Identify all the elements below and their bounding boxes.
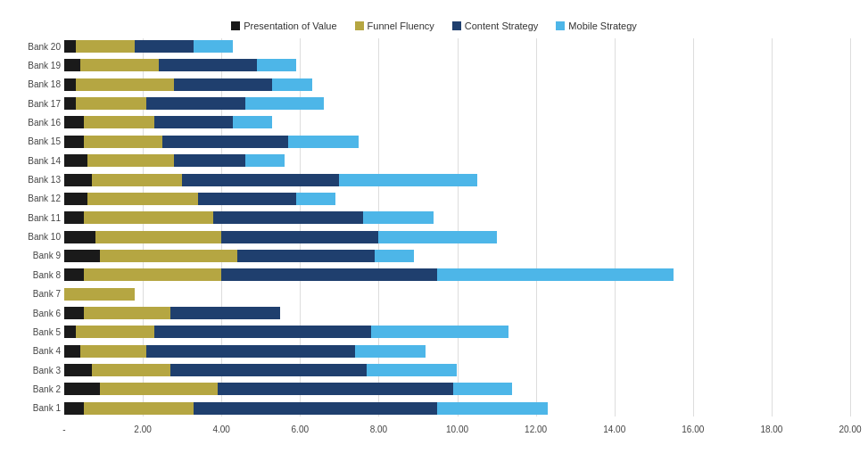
legend-color-box <box>231 21 240 30</box>
bar-segment <box>64 193 87 205</box>
bar-segment <box>375 250 414 262</box>
y-axis-label: Bank 7 <box>18 286 64 302</box>
chart-body: Bank 20Bank 19Bank 18Bank 17Bank 16Bank … <box>18 38 850 434</box>
legend-item: Content Strategy <box>452 21 539 31</box>
y-axis-label: Bank 18 <box>18 77 64 93</box>
y-axis-label: Bank 17 <box>18 95 64 111</box>
bar-row <box>64 172 850 188</box>
bar-segment <box>135 40 194 53</box>
y-axis-label: Bank 3 <box>18 362 64 378</box>
legend: Presentation of ValueFunnel FluencyConte… <box>18 21 850 31</box>
x-axis-label: 6.00 <box>292 425 309 434</box>
bar-segment <box>154 116 233 128</box>
bar-segment <box>100 383 218 395</box>
bar-segment <box>64 78 76 91</box>
bar-segment <box>174 78 272 91</box>
bar-segment <box>174 154 244 167</box>
bar-segment <box>64 307 84 319</box>
bar-segment <box>233 116 272 128</box>
bar-segment <box>198 193 296 205</box>
bar-segment <box>64 136 84 148</box>
bar-row <box>64 324 850 340</box>
y-axis-label: Bank 19 <box>18 57 64 73</box>
legend-label: Mobile Strategy <box>568 21 636 31</box>
bar-segment <box>100 250 237 262</box>
bar-segment <box>76 97 146 110</box>
x-axis-label: 2.00 <box>134 425 151 434</box>
bar-segment <box>296 193 335 205</box>
bar-segment <box>170 364 367 376</box>
x-axis-label: - <box>62 425 65 434</box>
bar-segment <box>95 231 221 243</box>
bar-row <box>64 343 850 359</box>
bar-segment <box>64 402 84 415</box>
bar-segment <box>64 345 80 358</box>
bar-segment <box>288 136 359 148</box>
bar-row <box>64 267 850 283</box>
bar-segment <box>64 59 80 71</box>
x-axis: -2.004.006.008.0010.0012.0014.0016.0018.… <box>64 416 850 434</box>
y-axis-label: Bank 20 <box>18 38 64 54</box>
bar-segment <box>437 402 547 415</box>
bar-segment <box>221 268 437 281</box>
bar-segment <box>272 78 311 91</box>
y-axis-label: Bank 2 <box>18 381 64 397</box>
bar-segment <box>76 40 135 53</box>
bar-segment <box>64 116 84 128</box>
bar-segment <box>378 231 496 243</box>
y-axis-label: Bank 12 <box>18 191 64 207</box>
bar-segment <box>87 193 197 205</box>
x-axis-label: 4.00 <box>212 425 229 434</box>
bar-segment <box>64 383 100 395</box>
bar-segment <box>213 211 362 224</box>
bar-row <box>64 210 850 226</box>
bar-segment <box>64 211 84 224</box>
legend-item: Presentation of Value <box>231 21 336 31</box>
bars-area <box>64 38 850 416</box>
bar-row <box>64 229 850 245</box>
y-axis-label: Bank 4 <box>18 343 64 359</box>
bar-segment <box>64 364 92 376</box>
bar-segment <box>84 116 154 128</box>
bar-segment <box>237 250 375 262</box>
legend-label: Content Strategy <box>465 21 539 31</box>
bar-row <box>64 286 850 302</box>
y-axis-label: Bank 9 <box>18 248 64 264</box>
bar-segment <box>80 59 159 71</box>
bar-segment <box>194 40 233 53</box>
bar-segment <box>218 383 453 395</box>
bar-segment <box>84 402 194 415</box>
bar-segment <box>146 345 354 358</box>
bar-segment <box>84 136 162 148</box>
y-axis: Bank 20Bank 19Bank 18Bank 17Bank 16Bank … <box>18 38 64 434</box>
bar-segment <box>437 268 673 281</box>
bar-segment <box>92 174 182 186</box>
x-axis-label: 16.00 <box>682 425 704 434</box>
y-axis-label: Bank 15 <box>18 134 64 150</box>
bar-segment <box>64 154 87 167</box>
legend-color-box <box>556 21 565 30</box>
y-axis-label: Bank 13 <box>18 172 64 188</box>
x-axis-label: 10.00 <box>446 425 468 434</box>
y-axis-label: Bank 16 <box>18 114 64 130</box>
chart-area: -2.004.006.008.0010.0012.0014.0016.0018.… <box>64 38 850 434</box>
bar-segment <box>84 307 170 319</box>
bar-segment <box>76 78 174 91</box>
bar-row <box>64 77 850 93</box>
bar-segment <box>84 268 221 281</box>
bar-segment <box>170 307 280 319</box>
bar-segment <box>221 231 378 243</box>
bar-segment <box>159 59 257 71</box>
bar-segment <box>64 231 95 243</box>
bar-row <box>64 114 850 130</box>
bar-row <box>64 400 850 416</box>
bar-segment <box>245 154 285 167</box>
y-axis-label: Bank 11 <box>18 210 64 226</box>
y-axis-label: Bank 14 <box>18 153 64 169</box>
bar-segment <box>87 154 174 167</box>
x-axis-label: 18.00 <box>760 425 782 434</box>
bar-segment <box>64 288 135 301</box>
bar-segment <box>64 97 76 110</box>
y-axis-label: Bank 1 <box>18 400 64 416</box>
grid-line <box>850 38 851 416</box>
